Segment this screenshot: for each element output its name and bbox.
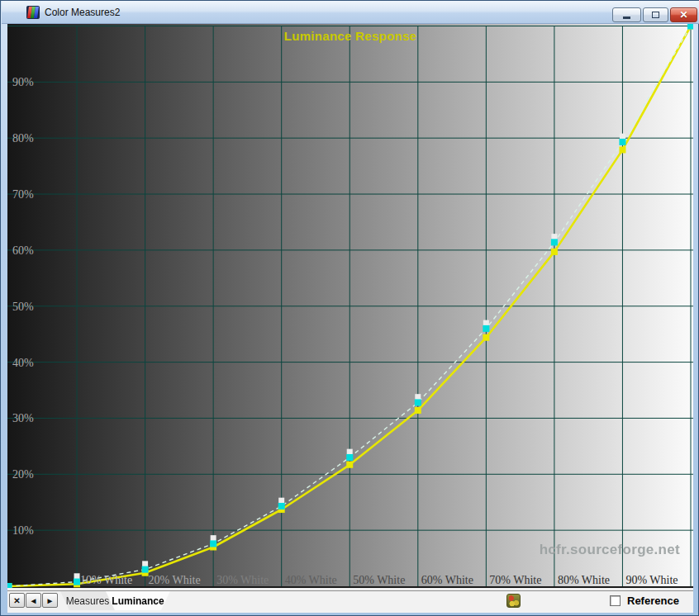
- next-tab-button[interactable]: ►: [42, 593, 58, 608]
- luminance-marker: [415, 407, 421, 414]
- tab-luminance[interactable]: Luminance: [106, 591, 170, 610]
- y-tick-label: 40%: [12, 357, 34, 369]
- reference-marker: [415, 399, 421, 405]
- reference-ghost-marker: [620, 134, 625, 140]
- tab-measures-label: Measures: [66, 595, 110, 607]
- reference-marker: [210, 540, 216, 547]
- reference-ghost-marker: [551, 234, 557, 239]
- close-view-icon: ✕: [13, 596, 20, 605]
- tab-measures[interactable]: Measures: [60, 591, 115, 610]
- x-tick-label: 70% White: [489, 574, 541, 586]
- reference-marker: [278, 503, 285, 509]
- x-tick-label: 30% White: [216, 574, 269, 586]
- x-tick-label: 20% White: [149, 574, 201, 586]
- prev-tab-icon: ◄: [30, 596, 38, 605]
- x-tick-label: 90% White: [625, 574, 678, 586]
- sensor-icon: [506, 594, 521, 608]
- maximize-icon: [652, 12, 659, 18]
- close-button[interactable]: ✕: [670, 7, 697, 22]
- y-tick-label: 10%: [12, 524, 34, 537]
- reference-marker: [346, 454, 353, 461]
- watermark: hcfr.sourceforge.net: [540, 542, 680, 558]
- reference-ghost-marker: [483, 320, 489, 326]
- y-tick-label: 90%: [12, 76, 34, 88]
- reference-ghost-marker: [74, 573, 80, 579]
- next-tab-icon: ►: [46, 596, 55, 605]
- x-tick-label: 50% White: [353, 574, 405, 586]
- reference-ghost-marker: [415, 394, 421, 400]
- reference-marker: [551, 239, 558, 245]
- reference-checkbox[interactable]: [610, 595, 621, 606]
- y-tick-label: 60%: [12, 244, 34, 257]
- window-title: Color Measures2: [45, 7, 120, 18]
- maximize-button[interactable]: [643, 7, 668, 22]
- minimize-button[interactable]: [612, 7, 641, 22]
- luminance-marker: [551, 249, 558, 255]
- reference-ghost-marker: [142, 561, 148, 566]
- reference-marker: [142, 566, 149, 573]
- y-tick-label: 80%: [12, 132, 34, 145]
- x-tick-label: 80% White: [558, 574, 610, 586]
- x-tick-label: 60% White: [421, 574, 473, 586]
- minimize-icon: [623, 17, 630, 19]
- reference-ghost-marker: [278, 498, 284, 504]
- tab-luminance-label: Luminance: [112, 595, 164, 607]
- luminance-marker: [619, 146, 625, 153]
- y-tick-label: 20%: [12, 468, 34, 481]
- luminance-chart-svg: 10% White20% White30% White40% White50% …: [7, 24, 693, 588]
- title-bar[interactable]: Color Measures2 ✕: [2, 1, 699, 24]
- luminance-marker: [346, 462, 353, 468]
- y-tick-label: 30%: [12, 412, 34, 424]
- window-controls: ✕: [612, 7, 697, 22]
- chart-area[interactable]: 10% White20% White30% White40% White50% …: [7, 24, 693, 588]
- app-window: Color Measures2 ✕ 10% White20% White30% …: [0, 0, 699, 616]
- reference-ghost-marker: [347, 449, 353, 455]
- reference-marker: [619, 139, 625, 145]
- close-view-button[interactable]: ✕: [9, 593, 25, 608]
- bottom-tab-bar: ✕ ◄ ► Measures Luminance Reference: [7, 588, 693, 613]
- reference-marker: [74, 579, 80, 585]
- x-tick-label: 10% White: [80, 574, 132, 586]
- chart-title: Luminance Response: [7, 29, 693, 43]
- x-tick-label: 40% White: [285, 574, 337, 586]
- prev-tab-button[interactable]: ◄: [26, 593, 41, 608]
- y-tick-label: 70%: [12, 188, 34, 201]
- app-icon: [26, 6, 40, 19]
- y-tick-label: 50%: [12, 301, 34, 313]
- reference-label: Reference: [627, 595, 679, 607]
- reference-ghost-marker: [211, 535, 216, 541]
- close-icon: ✕: [679, 10, 687, 20]
- reference-marker: [483, 325, 489, 332]
- luminance-marker: [483, 334, 489, 341]
